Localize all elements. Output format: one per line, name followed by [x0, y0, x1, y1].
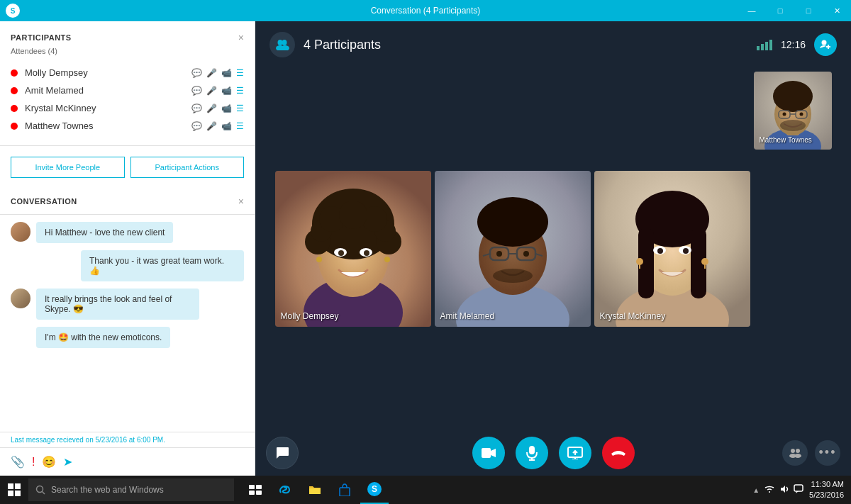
edge-browser-button[interactable] [271, 476, 299, 504]
video-header-right: 12:16 [757, 33, 837, 56]
search-bar[interactable]: Search the web and Windows [28, 478, 234, 501]
more-options-button[interactable]: ••• [815, 440, 840, 466]
search-placeholder: Search the web and Windows [51, 485, 164, 495]
svg-point-22 [364, 250, 369, 256]
conversation-close-button[interactable]: × [238, 196, 244, 207]
svg-point-1 [282, 40, 287, 45]
svg-rect-86 [309, 488, 321, 494]
svg-rect-83 [256, 485, 262, 489]
screen-share-button[interactable] [559, 437, 591, 469]
participants-close-button[interactable]: × [238, 32, 244, 43]
participant-icons: 💬 🎤 📹 ☰ [191, 121, 244, 131]
emoji-icon[interactable]: 😊 [42, 455, 56, 469]
volume-icon[interactable] [779, 484, 789, 496]
video-icon: 📹 [221, 68, 232, 78]
action-buttons-area: Invite More People Participant Actions [0, 146, 255, 189]
video-tile-amit: Amit Melamed [435, 171, 591, 327]
participant-status-dot [11, 69, 18, 77]
svg-point-52 [683, 248, 689, 254]
svg-rect-65 [529, 446, 535, 454]
video-participant-label-amit: Amit Melamed [440, 311, 495, 321]
svg-rect-64 [482, 448, 491, 458]
participant-row: Matthew Townes 💬 🎤 📹 ☰ [11, 117, 244, 135]
end-call-button[interactable] [602, 437, 635, 469]
video-toggle-button[interactable] [472, 437, 505, 469]
svg-point-29 [477, 197, 548, 247]
participant-row: Molly Dempsey 💬 🎤 📹 ☰ [11, 64, 244, 82]
system-icons: ▲ [752, 484, 803, 496]
start-button[interactable] [0, 476, 28, 504]
restore-button[interactable]: □ [766, 0, 794, 21]
participants-panel-button[interactable] [782, 440, 808, 466]
mic-toggle-button[interactable] [516, 437, 548, 469]
participant-row: Krystal McKinney 💬 🎤 📹 ☰ [11, 99, 244, 117]
title-bar-title: Conversation (4 Participants) [371, 6, 481, 16]
store-button[interactable] [330, 476, 359, 504]
svg-point-0 [278, 40, 283, 45]
participants-title: PARTICIPANTS [11, 33, 72, 42]
participant-status-dot [11, 123, 18, 130]
svg-point-37 [493, 269, 533, 283]
taskbar: Search the web and Windows [0, 476, 851, 504]
invite-more-people-button[interactable]: Invite More People [11, 157, 125, 178]
store-icon [339, 483, 350, 496]
svg-point-24 [384, 257, 390, 262]
chat-icon: 💬 [191, 68, 202, 78]
network-icon[interactable] [764, 484, 775, 495]
attendees-count: Attendees (4) [11, 47, 244, 55]
video-participant-label-krystal: Krystal McKinney [600, 311, 666, 321]
svg-point-23 [316, 257, 322, 262]
video-controls: ••• [255, 430, 851, 476]
menu-icon: ☰ [236, 68, 244, 78]
send-icon[interactable]: ➤ [63, 455, 72, 469]
add-participant-button[interactable] [814, 33, 837, 56]
svg-point-51 [657, 248, 663, 254]
message-bubble: It really brings the look and feel of Sk… [36, 289, 199, 320]
file-explorer-button[interactable] [301, 476, 329, 504]
signal-bar-1 [757, 46, 760, 50]
chat-toggle-button[interactable] [266, 437, 299, 469]
system-clock[interactable]: 11:30 AM 5/23/2016 [809, 479, 844, 501]
message-row: Thank you - it was great team work. 👍 [11, 250, 244, 281]
last-message-timestamp: Last message recieved on 5/23/2016 at 6:… [0, 432, 255, 447]
chat-icon: 💬 [191, 121, 202, 131]
close-button[interactable]: ✕ [823, 0, 851, 21]
svg-point-35 [496, 251, 502, 257]
skype-button[interactable]: S [360, 476, 389, 504]
video-participant-label-matthew: Matthew Townes [760, 136, 812, 144]
signal-strength-icon [757, 40, 772, 50]
message-row: I'm 🤩 with the new emoticons. [11, 327, 244, 348]
video-feed-krystal [594, 171, 750, 327]
svg-rect-78 [8, 491, 13, 496]
attachment-icon[interactable]: 📎 [11, 455, 25, 469]
svg-point-61 [782, 113, 786, 116]
conversation-section: CONVERSATION × Hi Matthew - love the new… [0, 189, 255, 476]
task-view-button[interactable] [241, 476, 269, 504]
right-controls: ••• [782, 440, 840, 466]
video-tile-krystal: Krystal McKinney [594, 171, 750, 327]
svg-point-57 [773, 81, 813, 112]
participant-status-dot [11, 105, 18, 112]
participants-count-label: 4 Participants [304, 38, 381, 52]
skype-logo-icon: S [6, 4, 20, 18]
mic-icon: 🎤 [206, 121, 217, 131]
svg-rect-87 [340, 488, 350, 496]
notification-icon[interactable] [794, 484, 803, 496]
maximize-button[interactable]: □ [794, 0, 823, 21]
svg-line-81 [43, 492, 45, 495]
video-header: 4 Participants 12:16 [255, 21, 851, 68]
minimize-button[interactable]: ― [738, 0, 766, 21]
participant-name-krystal: Krystal McKinney [25, 103, 191, 113]
participant-actions-button[interactable]: Participant Actions [130, 157, 245, 178]
svg-point-36 [523, 251, 529, 257]
svg-rect-84 [249, 491, 255, 495]
video-icon: 📹 [221, 86, 232, 96]
main-container: PARTICIPANTS × Attendees (4) Molly Demps… [0, 21, 851, 476]
menu-icon: ☰ [236, 103, 244, 113]
system-tray: ▲ 11:30 AM [745, 476, 851, 504]
messages-area[interactable]: Hi Matthew - love the new client Thank y… [0, 215, 255, 432]
chat-icon: 💬 [191, 86, 202, 96]
svg-point-21 [338, 250, 344, 256]
urgent-icon[interactable]: ! [32, 456, 35, 469]
up-arrow-icon[interactable]: ▲ [752, 486, 760, 494]
